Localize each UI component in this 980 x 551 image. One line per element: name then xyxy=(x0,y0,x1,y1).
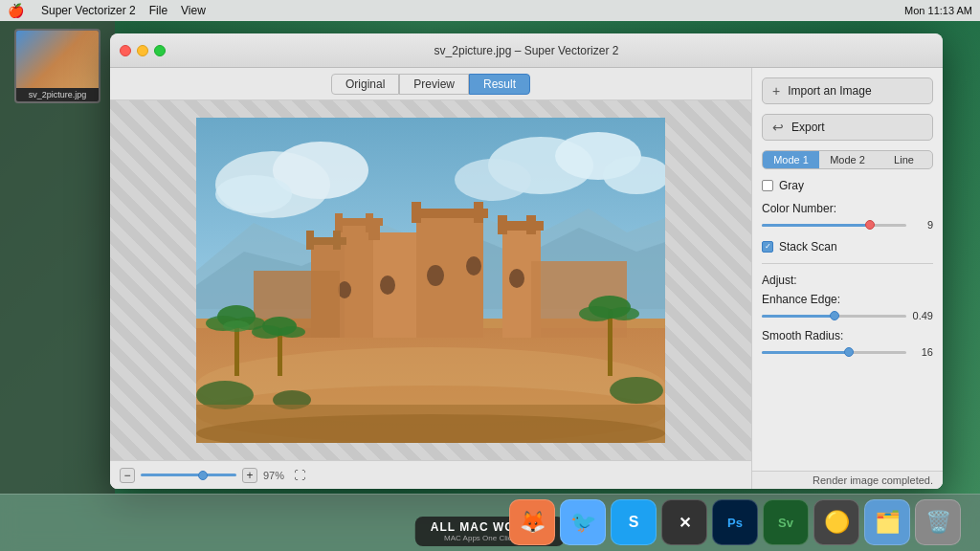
import-icon: + xyxy=(772,83,780,99)
adjust-section: Adjust: Enhance Edge: 0.49 Smooth R xyxy=(762,274,933,358)
dock-app-mail[interactable]: 🐦 xyxy=(560,499,606,545)
canvas-bottom: − + 97% ⛶ xyxy=(110,460,751,489)
export-button[interactable]: ↩ Export xyxy=(762,114,933,141)
canvas-area: Original Preview Result xyxy=(110,68,751,489)
dock-apps: 🦊 🐦 S ✕ Ps Sv 🟡 🗂️ 🗑️ xyxy=(509,499,961,545)
smooth-radius-track[interactable] xyxy=(762,351,906,354)
stack-scan-row: Stack Scan xyxy=(762,240,933,253)
zoom-slider[interactable] xyxy=(141,474,236,476)
dock-app-photoshop[interactable]: Ps xyxy=(712,499,758,545)
tab-original[interactable]: Original xyxy=(331,74,399,95)
gray-checkbox[interactable] xyxy=(762,180,773,191)
svg-point-55 xyxy=(610,377,663,404)
svg-point-35 xyxy=(427,265,444,286)
maximize-button[interactable] xyxy=(154,45,166,56)
menu-file[interactable]: File xyxy=(149,4,167,17)
svg-rect-22 xyxy=(416,213,483,338)
dock-app-skype[interactable]: S xyxy=(611,499,657,545)
thumbnail-preview xyxy=(16,31,100,88)
traffic-lights xyxy=(120,45,166,56)
menu-view[interactable]: View xyxy=(181,4,206,17)
minimize-button[interactable] xyxy=(137,45,148,56)
canvas-image xyxy=(196,118,665,443)
stack-scan-label: Stack Scan xyxy=(779,240,837,253)
zoom-slider-thumb[interactable] xyxy=(198,471,208,480)
adjust-label: Adjust: xyxy=(762,274,797,287)
line-tab[interactable]: Line xyxy=(876,151,932,168)
svg-point-7 xyxy=(455,159,531,201)
import-button[interactable]: + Import an Image xyxy=(762,77,933,104)
canvas-toolbar: Original Preview Result xyxy=(110,68,751,100)
export-label: Export xyxy=(791,121,825,134)
smooth-radius-section: Smooth Radius: 16 xyxy=(762,329,933,358)
svg-rect-33 xyxy=(498,221,544,231)
panel-divider xyxy=(762,263,933,264)
dock-app-supervectorizer[interactable]: Sv xyxy=(763,499,809,545)
apple-menu[interactable]: 🍎 xyxy=(8,3,24,18)
color-number-section: Color Number: 9 xyxy=(762,202,933,231)
svg-rect-25 xyxy=(412,209,488,218)
enhance-edge-slider-row: 0.49 xyxy=(762,310,933,321)
svg-point-37 xyxy=(338,281,351,298)
status-bar: Render image completed. xyxy=(752,471,943,489)
titlebar: sv_2picture.jpg – Super Vectorizer 2 xyxy=(110,33,943,68)
zoom-out-button[interactable]: − xyxy=(120,468,135,483)
sidebar-thumbnail[interactable]: sv_2picture.jpg xyxy=(14,29,100,103)
mode-2-tab[interactable]: Mode 2 xyxy=(819,151,876,168)
tab-result[interactable]: Result xyxy=(469,74,530,95)
color-number-value: 9 xyxy=(912,219,933,231)
enhance-edge-thumb[interactable] xyxy=(830,311,839,320)
zoom-in-button[interactable]: + xyxy=(242,468,257,483)
dock-app-trash[interactable]: 🗑️ xyxy=(915,499,961,545)
svg-point-38 xyxy=(509,269,524,288)
svg-point-53 xyxy=(609,307,639,320)
tab-preview[interactable]: Preview xyxy=(399,74,469,95)
mode-1-tab[interactable]: Mode 1 xyxy=(763,151,819,168)
gray-label: Gray xyxy=(779,179,804,192)
color-number-thumb[interactable] xyxy=(865,220,875,230)
menubar-right: Mon 11:13 AM xyxy=(904,0,972,21)
svg-point-4 xyxy=(215,175,292,213)
svg-rect-29 xyxy=(306,237,346,245)
enhance-edge-track[interactable] xyxy=(762,315,906,318)
color-number-label: Color Number: xyxy=(762,202,836,215)
svg-point-49 xyxy=(278,326,305,338)
main-window: sv_2picture.jpg – Super Vectorizer 2 Ori… xyxy=(110,33,943,489)
mode-tabs: Mode 1 Mode 2 Line xyxy=(762,150,933,169)
svg-point-52 xyxy=(579,306,613,321)
canvas-viewport xyxy=(110,100,751,460)
svg-point-48 xyxy=(252,325,282,339)
dock-app-quicktime[interactable]: 🟡 xyxy=(813,499,859,545)
import-label: Import an Image xyxy=(788,84,871,98)
fullscreen-button[interactable]: ⛶ xyxy=(294,469,305,482)
dock-app-finder[interactable]: 🗂️ xyxy=(864,499,910,545)
thumbnail-label: sv_2picture.jpg xyxy=(16,88,99,101)
enhance-edge-value: 0.49 xyxy=(912,310,933,321)
window-title: sv_2picture.jpg – Super Vectorizer 2 xyxy=(434,44,619,57)
enhance-edge-label: Enhance Edge: xyxy=(762,293,840,306)
illustration-svg xyxy=(196,118,665,443)
smooth-radius-slider-row: 16 xyxy=(762,346,933,358)
svg-point-36 xyxy=(466,256,481,276)
right-panel: + Import an Image ↩ Export Mode 1 Mode 2… xyxy=(751,68,943,489)
smooth-radius-value: 16 xyxy=(912,346,933,358)
dock-app-firefox[interactable]: 🦊 xyxy=(509,499,555,545)
color-number-slider-row: 9 xyxy=(762,219,933,231)
enhance-edge-section: Enhance Edge: 0.49 xyxy=(762,293,933,321)
menubar-time: Mon 11:13 AM xyxy=(904,5,972,16)
svg-point-45 xyxy=(223,320,250,332)
window-content: Original Preview Result xyxy=(110,68,943,489)
smooth-radius-thumb[interactable] xyxy=(844,347,854,357)
menu-app[interactable]: Super Vectorizer 2 xyxy=(41,4,136,17)
svg-rect-20 xyxy=(368,221,380,240)
close-button[interactable] xyxy=(120,45,131,56)
color-number-track[interactable] xyxy=(762,224,906,227)
zoom-percent: 97% xyxy=(263,470,284,481)
menubar: 🍎 Super Vectorizer 2 File View Mon 11:13… xyxy=(0,0,980,21)
dock-app-x[interactable]: ✕ xyxy=(661,499,707,545)
gray-row: Gray xyxy=(762,179,933,192)
dock: ALL MAC WORLDS MAC Apps One Click Away 🦊… xyxy=(0,494,980,551)
stack-scan-checkbox[interactable] xyxy=(762,241,773,253)
file-sidebar: sv_2picture.jpg xyxy=(0,21,115,494)
export-icon: ↩ xyxy=(772,120,784,135)
